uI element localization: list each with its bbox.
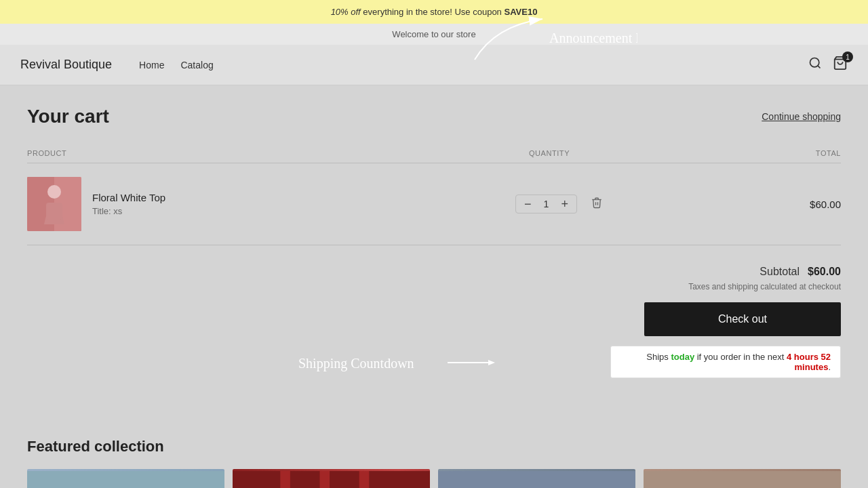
product-cell: Floral White Top Title: xs xyxy=(27,177,515,231)
quantity-increase-button[interactable]: + xyxy=(559,198,572,210)
quantity-column-header: Quantity xyxy=(515,144,760,163)
subtotal-amount: $60.00 xyxy=(808,266,841,278)
cart-title: Your cart xyxy=(27,106,109,127)
header: Revival Boutique Home Catalog 1 xyxy=(0,45,868,85)
main-content: Your cart Continue shopping Product Quan… xyxy=(0,85,868,424)
nav-catalog[interactable]: Catalog xyxy=(180,60,213,70)
featured-section: Featured collection xyxy=(0,424,868,488)
subtotal-section: Subtotal $60.00 Taxes and shipping calcu… xyxy=(27,266,841,378)
ships-prefix: Ships xyxy=(646,352,671,362)
announcement-bar: 10% off everything in the store! Use cou… xyxy=(0,0,868,24)
discount-text: 10% off xyxy=(331,7,361,17)
product-name: Floral White Top xyxy=(92,192,165,203)
svg-line-1 xyxy=(818,66,821,68)
item-price: $60.00 xyxy=(760,163,841,245)
svg-point-0 xyxy=(810,58,819,67)
featured-title: Featured collection xyxy=(27,438,841,455)
table-row: Floral White Top Title: xs − 1 + xyxy=(27,163,841,245)
product-info: Floral White Top Title: xs xyxy=(92,192,165,216)
today-word: today xyxy=(671,352,694,362)
cart-button[interactable]: 1 xyxy=(833,56,848,74)
continue-shopping-button[interactable]: Continue shopping xyxy=(762,111,841,122)
welcome-text: Welcome to our store xyxy=(392,29,475,39)
featured-item-3[interactable] xyxy=(438,469,635,488)
svg-rect-19 xyxy=(438,471,635,488)
quantity-decrease-button[interactable]: − xyxy=(521,198,534,210)
announcement-text-italic: 10% off xyxy=(331,7,361,17)
countdown-time: 4 hours 52 minutes xyxy=(787,352,831,372)
checkout-button[interactable]: Check out xyxy=(644,302,841,336)
featured-item-2[interactable] xyxy=(233,469,430,488)
featured-item-4[interactable] xyxy=(644,469,841,488)
quantity-cell: − 1 + xyxy=(515,195,760,214)
svg-rect-10 xyxy=(233,471,430,488)
welcome-bar: Welcome to our store xyxy=(0,24,868,45)
svg-rect-22 xyxy=(644,471,841,488)
announcement-middle-text: everything in the store! Use coupon xyxy=(363,7,504,17)
product-column-header: Product xyxy=(27,144,515,163)
svg-rect-6 xyxy=(46,203,62,220)
subtotal-row: Subtotal $60.00 xyxy=(27,266,841,278)
shipping-countdown-box: Ships today if you order in the next 4 h… xyxy=(610,346,841,378)
ships-middle: if you order in the next xyxy=(694,352,787,362)
cart-badge: 1 xyxy=(842,52,853,62)
svg-rect-7 xyxy=(27,471,224,488)
shipping-countdown-wrapper: Ships today if you order in the next 4 h… xyxy=(27,346,841,378)
quantity-value: 1 xyxy=(540,199,553,209)
brand-name: Revival Boutique xyxy=(20,58,112,72)
cart-table: Product Quantity Total xyxy=(27,144,841,245)
coupon-code: SAVE10 xyxy=(504,7,537,17)
total-column-header: Total xyxy=(760,144,841,163)
product-variant: Title: xs xyxy=(92,206,165,216)
nav-home[interactable]: Home xyxy=(139,60,164,70)
tax-note: Taxes and shipping calculated at checkou… xyxy=(27,282,841,291)
delete-item-button[interactable] xyxy=(591,197,603,211)
header-icons: 1 xyxy=(808,56,848,74)
subtotal-label: Subtotal xyxy=(760,266,800,278)
product-image xyxy=(27,177,81,231)
quantity-control: − 1 + xyxy=(515,195,577,214)
cart-header-row: Your cart Continue shopping xyxy=(27,106,841,127)
featured-grid xyxy=(27,469,841,488)
ships-suffix: . xyxy=(828,362,831,372)
search-button[interactable] xyxy=(808,56,822,73)
featured-item-1[interactable] xyxy=(27,469,224,488)
svg-point-5 xyxy=(47,185,61,199)
main-nav: Home Catalog xyxy=(139,60,214,70)
